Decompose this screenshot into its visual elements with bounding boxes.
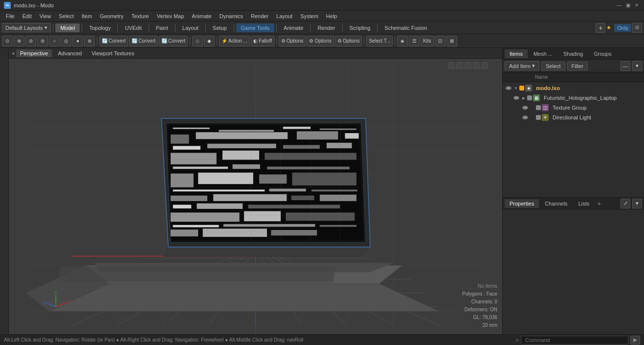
- vis-light[interactable]: [520, 115, 530, 119]
- menu-item-edit[interactable]: Edit: [19, 12, 36, 20]
- add-layout-button[interactable]: +: [596, 23, 605, 33]
- convert-1-button[interactable]: 🔄Convert: [99, 36, 128, 46]
- vis-laptop[interactable]: [511, 96, 521, 100]
- svg-rect-80: [248, 205, 340, 208]
- menu-item-view[interactable]: View: [36, 12, 55, 20]
- action-button[interactable]: ⚡Action ...: [219, 36, 250, 46]
- layout-tab-scripting[interactable]: Scripting: [345, 23, 376, 32]
- type-icon-modo: ◈: [525, 85, 532, 92]
- titlebar-controls[interactable]: — ▣ ✕: [616, 2, 640, 9]
- panel-menu-button[interactable]: ▾: [632, 61, 642, 71]
- menu-item-select[interactable]: Select: [55, 12, 78, 20]
- layout-tab-layout[interactable]: Layout: [178, 23, 203, 32]
- kits-button[interactable]: Kits: [421, 36, 434, 46]
- filter-button[interactable]: Filter: [567, 62, 588, 70]
- menu-item-file[interactable]: File: [2, 12, 19, 20]
- menu-item-layout[interactable]: Layout: [272, 12, 296, 20]
- vis-icon-laptop[interactable]: [513, 96, 519, 100]
- tool-6[interactable]: ◎: [61, 36, 71, 46]
- falloff-button[interactable]: ◐Falloff: [251, 36, 274, 46]
- expand-laptop[interactable]: ▶: [521, 95, 526, 100]
- menu-item-animate[interactable]: Animate: [188, 12, 215, 20]
- layout-tab-game-tools[interactable]: Game Tools: [236, 23, 275, 32]
- tree-item-modo[interactable]: ▼ ◈ modo.lxo: [503, 83, 644, 93]
- tool-4[interactable]: ⊚: [37, 36, 48, 46]
- select-tool-button[interactable]: Select T...: [366, 36, 393, 46]
- layout-tab-schematic-fusion[interactable]: Schematic Fusion: [379, 23, 432, 32]
- add-item-button[interactable]: Add Item ▾: [505, 61, 539, 70]
- tab-groups[interactable]: Groups: [589, 49, 616, 58]
- select-button[interactable]: Select: [541, 62, 565, 70]
- lower-tab-lists[interactable]: Lists: [574, 199, 595, 208]
- menu-item-vertex map[interactable]: Vertex Map: [153, 12, 188, 20]
- vis-modo[interactable]: [504, 86, 513, 90]
- tool-8[interactable]: ⊛: [84, 36, 95, 46]
- tool-7[interactable]: ●: [72, 36, 83, 46]
- menu-item-render[interactable]: Render: [247, 12, 272, 20]
- layout-gear-button[interactable]: ⚙: [632, 23, 642, 33]
- options-1-button[interactable]: ⚙Options: [279, 36, 306, 46]
- viewport-tab-advanced[interactable]: Advanced: [54, 49, 86, 57]
- layout-tab-setup[interactable]: Setup: [208, 23, 232, 32]
- convert-3-button[interactable]: 🔄Convert: [159, 36, 188, 46]
- options-3-button[interactable]: ⚙Options: [335, 36, 362, 46]
- tree-item-laptop[interactable]: ▶ ▦ Futuristic_Holographic_Laptop: [503, 93, 644, 103]
- layout-tab-animate[interactable]: Animate: [279, 23, 308, 32]
- tool-13[interactable]: ⊡: [435, 36, 445, 46]
- command-execute-button[interactable]: ▶: [630, 336, 640, 345]
- tab-items[interactable]: Items: [505, 49, 528, 58]
- tool-14[interactable]: ⊠: [446, 36, 457, 46]
- tool-3[interactable]: ⊘: [25, 36, 36, 46]
- svg-rect-85: [173, 225, 219, 228]
- lower-tab-channels[interactable]: Channels: [540, 199, 572, 208]
- viewport-expand-icon[interactable]: ◂: [12, 50, 14, 56]
- layout-only-label[interactable]: Only: [614, 24, 631, 32]
- viewport-tab-textures[interactable]: Viewport Textures: [88, 49, 138, 57]
- tool-2[interactable]: ⊕: [14, 36, 24, 46]
- menu-item-system[interactable]: System: [296, 12, 322, 20]
- convert-2-button[interactable]: 🔄Convert: [129, 36, 158, 46]
- tool-11[interactable]: ◈: [397, 36, 408, 46]
- vis-texture[interactable]: [520, 106, 530, 110]
- tree-item-texture[interactable]: ▶ ◫ Texture Group: [503, 103, 644, 113]
- tool-5[interactable]: ○: [49, 36, 60, 46]
- tree-item-light[interactable]: ▶ ☀ Directional Light: [503, 113, 644, 122]
- menu-item-item[interactable]: Item: [78, 12, 96, 20]
- tab-shading[interactable]: Shading: [558, 49, 588, 58]
- vis-icon-modo[interactable]: [506, 86, 511, 90]
- layout-tab-model[interactable]: Model: [55, 23, 80, 32]
- tool-12[interactable]: ☰: [409, 36, 420, 46]
- tool-10[interactable]: ◆: [204, 36, 215, 46]
- expand-texture[interactable]: ▶: [530, 105, 535, 110]
- menu-item-help[interactable]: Help: [322, 12, 341, 20]
- layout-tab-render[interactable]: Render: [312, 23, 340, 32]
- viewport-tab-perspective[interactable]: Perspective: [16, 49, 52, 57]
- lower-menu-button[interactable]: ▾: [632, 199, 642, 208]
- menu-item-texture[interactable]: Texture: [128, 12, 153, 20]
- menu-item-dynamics[interactable]: Dynamics: [216, 12, 247, 20]
- expand-light[interactable]: ▶: [530, 115, 535, 120]
- btn-icon: ●: [76, 38, 79, 44]
- tool-9[interactable]: ◇: [192, 36, 203, 46]
- tool-1[interactable]: ⊙: [2, 36, 13, 46]
- layout-dropdown[interactable]: Default Layouts ▾: [2, 23, 51, 32]
- panel-collapse-button[interactable]: —: [621, 61, 630, 71]
- lower-tab-add[interactable]: +: [597, 200, 601, 207]
- options-2-button[interactable]: ⚙Options: [307, 36, 333, 46]
- layout-tab-uvedit[interactable]: UVEdit: [120, 23, 146, 32]
- menubar: FileEditViewSelectItemGeometryTextureVer…: [0, 11, 644, 22]
- minimize-button[interactable]: —: [616, 2, 622, 9]
- layout-tab-paint[interactable]: Paint: [151, 23, 173, 32]
- menu-item-geometry[interactable]: Geometry: [96, 12, 127, 20]
- maximize-button[interactable]: ▣: [624, 2, 631, 9]
- tab-mesh[interactable]: Mesh ...: [529, 49, 557, 58]
- expand-modo[interactable]: ▼: [513, 86, 518, 91]
- layout-tab-topology[interactable]: Topology: [84, 23, 115, 32]
- close-button[interactable]: ✕: [633, 2, 640, 9]
- vis-icon-texture[interactable]: [522, 106, 528, 110]
- command-input[interactable]: [521, 336, 628, 345]
- lower-tab-properties[interactable]: Properties: [505, 199, 539, 208]
- lower-expand-button[interactable]: ⤢: [621, 199, 630, 208]
- tab-sep-7: [310, 24, 311, 32]
- vis-icon-light[interactable]: [522, 115, 528, 119]
